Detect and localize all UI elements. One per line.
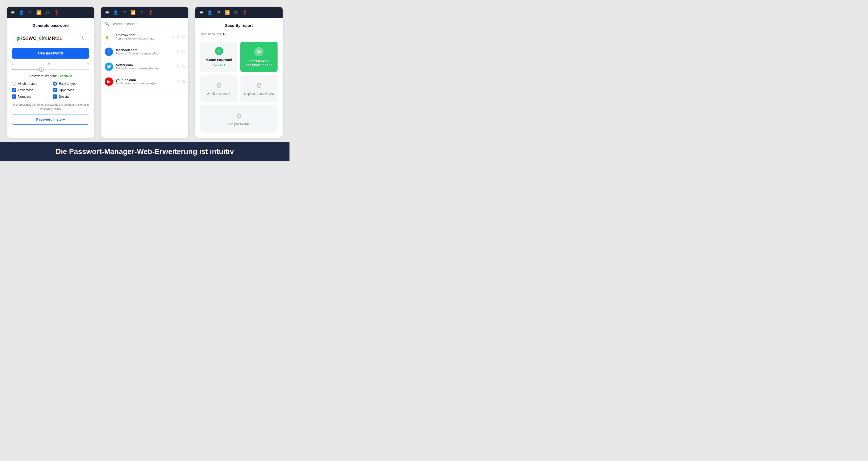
checkbox-lowercase[interactable] bbox=[12, 88, 16, 92]
length-min: 4 bbox=[12, 62, 14, 66]
facebook-info: facebook.com Facebook Account · username… bbox=[116, 48, 174, 55]
youtube-sub: YouTube Account · username@exam... bbox=[116, 82, 162, 85]
history-note: Your previously generated passwords are … bbox=[12, 103, 89, 111]
account-item-amazon[interactable]: a amazon.com Personal Amazon Account · u… bbox=[101, 29, 188, 44]
shield-icon-3[interactable]: 🛡 bbox=[234, 10, 238, 15]
shield-icon-2[interactable]: 🛡 bbox=[140, 10, 144, 15]
play-button-icon[interactable] bbox=[254, 47, 264, 56]
edit-icon-youtube[interactable]: ✎ bbox=[177, 80, 180, 84]
shield-icon[interactable]: 🛡 bbox=[45, 10, 50, 15]
amazon-info: amazon.com Personal Amazon Account · us.… bbox=[116, 33, 169, 40]
menu-icon[interactable]: ☰ bbox=[11, 10, 15, 15]
refresh-icon[interactable]: ↻ bbox=[81, 36, 85, 41]
leaked-check-card[interactable]: Start leaked password check bbox=[240, 42, 278, 72]
copy-icon-facebook[interactable]: ⧉ bbox=[182, 50, 185, 54]
old-passwords-card[interactable]: 0 Old passwords bbox=[200, 105, 278, 132]
search-input[interactable] bbox=[112, 22, 185, 26]
generate-panel-content: Generate password gKS2WC_8ir8MRt21 ↻ Use… bbox=[7, 19, 94, 137]
copy-icon-amazon[interactable]: ⧉ bbox=[182, 35, 185, 39]
option-lowercase[interactable]: Lowercase bbox=[12, 88, 48, 92]
security-title: Security report bbox=[200, 24, 278, 28]
checkbox-uppercase[interactable] bbox=[53, 88, 57, 92]
facebook-sub: Facebook Account · username@exa... bbox=[116, 52, 162, 55]
master-pw-title: Master Password bbox=[206, 58, 232, 62]
edit-icon-amazon[interactable]: ✎ bbox=[177, 35, 180, 39]
facebook-logo: f bbox=[105, 48, 113, 56]
account-item-twitter[interactable]: twitter.com Twitter Account · username@e… bbox=[101, 59, 188, 74]
strength-row: Password strength: Excellent bbox=[12, 74, 89, 78]
nav-bar-panel1: ☰ 👤 ⏱ 📶 🛡 ❓ bbox=[7, 7, 94, 19]
use-password-button[interactable]: Use password bbox=[12, 48, 89, 59]
edit-icon-twitter[interactable]: ✎ bbox=[177, 65, 180, 69]
checkbox-special[interactable] bbox=[53, 94, 57, 99]
help-icon-3[interactable]: ❓ bbox=[242, 10, 247, 15]
leaked-check-title: Start leaked password check bbox=[244, 59, 274, 67]
accounts-panel: ☰ 👤 ⏱ 📶 🛡 ❓ 🔍 a amazon.com Personal Amaz… bbox=[101, 7, 188, 137]
account-item-facebook[interactable]: f facebook.com Facebook Account · userna… bbox=[101, 44, 188, 59]
weak-label: Weak passwords bbox=[207, 92, 231, 96]
facebook-actions: ✎ ⧉ bbox=[177, 50, 185, 54]
radio-easy-type[interactable] bbox=[53, 82, 57, 86]
slider-thumb[interactable] bbox=[39, 67, 44, 72]
twitter-sub: Twitter Account · username@exampl... bbox=[116, 67, 162, 70]
user-icon[interactable]: 👤 bbox=[19, 10, 24, 15]
radio-all-chars[interactable] bbox=[12, 82, 16, 86]
search-icon: 🔍 bbox=[105, 22, 110, 26]
menu-icon-2[interactable]: ☰ bbox=[105, 10, 109, 15]
search-bar: 🔍 bbox=[101, 19, 188, 29]
option-special[interactable]: Special bbox=[53, 94, 89, 99]
amazon-actions: ☆ ✎ ⧉ bbox=[172, 35, 185, 39]
security-header: Security report Total accounts: 4 bbox=[195, 19, 283, 42]
option-numbers[interactable]: Numbers bbox=[12, 94, 48, 99]
help-icon-2[interactable]: ❓ bbox=[148, 10, 153, 15]
label-lowercase: Lowercase bbox=[18, 88, 34, 92]
checkbox-numbers[interactable] bbox=[12, 94, 16, 99]
youtube-info: youtube.com YouTube Account · username@e… bbox=[116, 78, 174, 85]
label-uppercase: Uppercase bbox=[59, 88, 74, 92]
option-easy-type[interactable]: Easy to type bbox=[53, 82, 89, 86]
youtube-name: youtube.com bbox=[116, 78, 174, 82]
duplicate-count: 0 bbox=[257, 82, 261, 90]
facebook-name: facebook.com bbox=[116, 48, 174, 52]
password-history-button[interactable]: Password history bbox=[12, 114, 89, 125]
master-pw-sub: Excellent bbox=[213, 63, 225, 67]
label-all-chars: All characters bbox=[18, 82, 37, 86]
label-special: Special bbox=[59, 95, 69, 98]
play-triangle bbox=[257, 50, 261, 54]
label-easy-type: Easy to type bbox=[59, 82, 76, 86]
label-numbers: Numbers bbox=[18, 95, 31, 98]
total-label: Total accounts: bbox=[200, 32, 222, 36]
total-accounts: Total accounts: 4 bbox=[200, 32, 278, 36]
weak-passwords-card[interactable]: 0 Weak passwords bbox=[200, 75, 238, 102]
user-icon-3[interactable]: 👤 bbox=[207, 10, 212, 15]
option-all-chars[interactable]: All characters bbox=[12, 82, 48, 86]
generate-password-panel: ☰ 👤 ⏱ 📶 🛡 ❓ Generate password gKS2WC_8ir… bbox=[7, 7, 94, 137]
copy-icon-twitter[interactable]: ⧉ bbox=[182, 65, 185, 69]
old-label: Old passwords bbox=[228, 122, 250, 126]
copy-icon-youtube[interactable]: ⧉ bbox=[182, 80, 185, 84]
account-item-youtube[interactable]: ▶ youtube.com YouTube Account · username… bbox=[101, 74, 188, 89]
nav-bar-panel2: ☰ 👤 ⏱ 📶 🛡 ❓ bbox=[101, 7, 188, 19]
signal-icon[interactable]: 📶 bbox=[36, 10, 41, 15]
clock-icon-2[interactable]: ⏱ bbox=[122, 10, 126, 15]
twitter-actions: ✎ ⧉ bbox=[177, 65, 185, 69]
length-slider[interactable] bbox=[12, 67, 89, 72]
master-password-card[interactable]: ✓ Master Password Excellent bbox=[200, 42, 238, 72]
star-icon-amazon[interactable]: ☆ bbox=[172, 35, 175, 39]
user-icon-2[interactable]: 👤 bbox=[113, 10, 118, 15]
duplicate-label: Duplicate passwords bbox=[244, 92, 274, 96]
signal-icon-2[interactable]: 📶 bbox=[130, 10, 135, 15]
total-value: 4 bbox=[223, 32, 224, 36]
edit-icon-facebook[interactable]: ✎ bbox=[177, 50, 180, 54]
nav-bar-panel3: ☰ 👤 ⏱ 📶 🛡 ❓ bbox=[195, 7, 283, 19]
help-icon[interactable]: ❓ bbox=[54, 10, 59, 15]
strength-label: Password strength: bbox=[29, 74, 57, 78]
option-uppercase[interactable]: Uppercase bbox=[53, 88, 89, 92]
clock-icon[interactable]: ⏱ bbox=[28, 10, 32, 15]
menu-icon-3[interactable]: ☰ bbox=[199, 10, 203, 15]
length-current: 16 bbox=[48, 62, 52, 66]
signal-icon-3[interactable]: 📶 bbox=[225, 10, 230, 15]
duplicate-passwords-card[interactable]: 0 Duplicate passwords bbox=[240, 75, 278, 102]
clock-icon-3[interactable]: ⏱ bbox=[216, 10, 221, 15]
security-report-panel: ☰ 👤 ⏱ 📶 🛡 ❓ Security report Total accoun… bbox=[195, 7, 283, 137]
